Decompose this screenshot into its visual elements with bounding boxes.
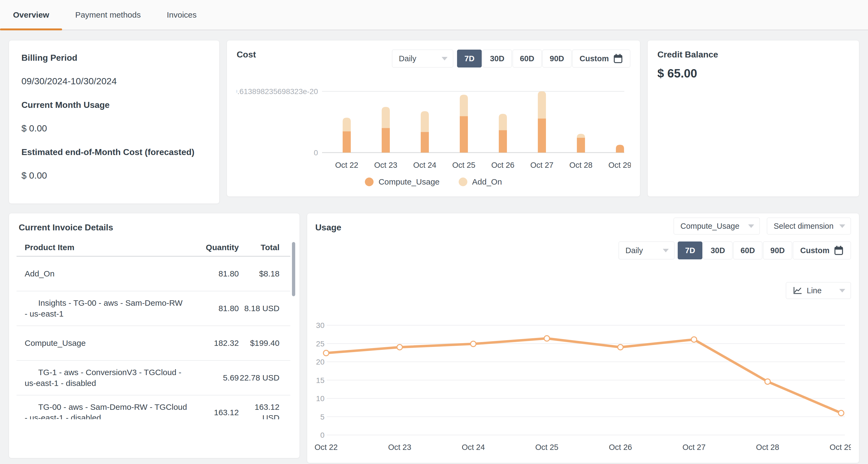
svg-text:Oct 22: Oct 22 [335, 161, 358, 169]
chevron-down-icon [663, 249, 669, 252]
credit-balance-amount: $ 65.00 [657, 67, 849, 80]
range-button-7d[interactable]: 7D [678, 242, 702, 259]
legend-item-add_on[interactable]: Add_On [459, 177, 502, 186]
total-cell: $199.40 [239, 338, 279, 348]
custom-range-label: Custom [800, 246, 830, 255]
usage-line-chart: 051015202530Oct 22Oct 23Oct 24Oct 25Oct … [314, 322, 851, 457]
invoice-table-body: Add_On81.80$8.18Insights - TG-00 - aws -… [17, 257, 290, 419]
tab-payment-methods[interactable]: Payment methods [62, 0, 154, 30]
current-month-usage-label: Current Month Usage [22, 100, 207, 110]
svg-text:0: 0 [320, 431, 324, 439]
tab-label: Overview [13, 10, 49, 20]
usage-chart-type-value: Line [807, 286, 822, 295]
svg-text:Oct 29: Oct 29 [608, 161, 631, 169]
current-month-usage-value: $ 0.00 [22, 123, 207, 134]
range-button-custom[interactable]: Custom [793, 242, 851, 259]
total-cell: $8.18 [239, 268, 279, 279]
current-invoice-details-card: Current Invoice Details Product Item Qua… [9, 213, 300, 458]
quantity-cell: 5.69 [193, 373, 239, 382]
chevron-down-icon [839, 224, 845, 228]
usage-granularity-value: Daily [625, 246, 643, 255]
svg-text:Oct 28: Oct 28 [756, 443, 779, 452]
cost-card: Cost Daily 7D30D60D90DCustom 9.613898235… [227, 40, 640, 197]
usage-metric-select[interactable]: Compute_Usage [674, 218, 760, 235]
custom-range-label: Custom [580, 54, 609, 63]
svg-text:Oct 25: Oct 25 [535, 443, 558, 452]
legend-dot-icon [459, 178, 467, 186]
quantity-cell: 163.12 [193, 408, 239, 417]
range-button-90d[interactable]: 90D [542, 50, 571, 67]
svg-text:Oct 24: Oct 24 [413, 161, 436, 169]
usage-metric-value: Compute_Usage [680, 222, 740, 230]
cost-chart-legend: Compute_UsageAdd_On [237, 177, 630, 186]
legend-label: Add_On [472, 177, 502, 186]
tab-invoices[interactable]: Invoices [154, 0, 210, 30]
svg-text:Oct 23: Oct 23 [388, 443, 411, 452]
quantity-cell: 81.80 [193, 269, 239, 278]
svg-text:30: 30 [316, 322, 324, 330]
legend-label: Compute_Usage [378, 177, 439, 186]
invoice-table-header: Product Item Quantity Total [17, 239, 290, 257]
cost-stacked-bar-chart: 9.613898235698323e-200Oct 22Oct 23Oct 24… [237, 84, 631, 173]
forecast-value: $ 0.00 [22, 170, 207, 181]
range-button-60d[interactable]: 60D [733, 242, 762, 259]
product-item-cell: Compute_Usage [25, 338, 193, 348]
quantity-cell: 81.80 [193, 304, 239, 313]
svg-text:9.613898235698323e-20: 9.613898235698323e-20 [237, 87, 318, 96]
svg-text:Oct 27: Oct 27 [682, 443, 705, 452]
range-button-7d[interactable]: 7D [457, 50, 482, 67]
legend-item-compute_usage[interactable]: Compute_Usage [365, 177, 439, 186]
cost-range-button-group: 7D30D60D90DCustom [457, 50, 630, 67]
usage-dimension-placeholder: Select dimension [774, 222, 834, 230]
line-chart-icon [793, 286, 802, 295]
tab-label: Invoices [167, 10, 196, 20]
cost-granularity-select[interactable]: Daily [392, 50, 453, 67]
usage-range-button-group: 7D30D60D90DCustom [678, 242, 851, 259]
cost-granularity-value: Daily [399, 54, 416, 63]
usage-card: Usage Compute_Usage Select dimension Dai… [307, 213, 859, 463]
invoice-scrollbar-thumb[interactable] [292, 242, 295, 296]
invoice-table-row: Add_On81.80$8.18 [17, 257, 290, 291]
billing-tab-bar: OverviewPayment methodsInvoices [0, 0, 868, 30]
billing-period-card: Billing Period 09/30/2024-10/30/2024 Cur… [9, 40, 220, 204]
product-item-cell: TG-00 - aws - Sam-Demo-RW - TGCloud - us… [25, 402, 193, 419]
billing-period-value: 09/30/2024-10/30/2024 [22, 76, 207, 87]
usage-dimension-select[interactable]: Select dimension [767, 218, 851, 235]
cost-card-title: Cost [237, 50, 256, 60]
svg-text:Oct 26: Oct 26 [609, 443, 632, 452]
range-button-60d[interactable]: 60D [513, 50, 541, 67]
invoice-table-row: Insights - TG-00 - aws - Sam-Demo-RW - u… [17, 291, 290, 326]
column-quantity: Quantity [193, 243, 239, 252]
svg-text:15: 15 [316, 376, 324, 384]
bottom-row: Current Invoice Details Product Item Qua… [9, 213, 859, 463]
svg-text:Oct 22: Oct 22 [314, 443, 338, 452]
tab-overview[interactable]: Overview [0, 0, 62, 30]
range-button-30d[interactable]: 30D [483, 50, 512, 67]
svg-text:20: 20 [316, 358, 324, 366]
svg-text:0: 0 [314, 149, 318, 157]
range-button-90d[interactable]: 90D [763, 242, 792, 259]
calendar-icon [834, 245, 844, 255]
svg-text:Oct 25: Oct 25 [452, 161, 475, 169]
page-content: Billing Period 09/30/2024-10/30/2024 Cur… [0, 30, 868, 463]
usage-granularity-select[interactable]: Daily [619, 242, 675, 259]
top-row: Billing Period 09/30/2024-10/30/2024 Cur… [9, 40, 859, 204]
svg-text:5: 5 [320, 413, 324, 421]
calendar-icon [613, 53, 623, 64]
svg-text:25: 25 [316, 340, 324, 348]
legend-dot-icon [365, 178, 374, 186]
range-button-custom[interactable]: Custom [572, 50, 630, 67]
column-product-item: Product Item [25, 243, 193, 252]
svg-text:Oct 27: Oct 27 [530, 161, 553, 169]
svg-text:Oct 26: Oct 26 [491, 161, 514, 169]
usage-chart-type-select[interactable]: Line [786, 282, 851, 299]
range-button-30d[interactable]: 30D [703, 242, 732, 259]
quantity-cell: 182.32 [193, 339, 239, 348]
total-cell: 22.78 USD [239, 372, 279, 383]
credit-balance-title: Credit Balance [657, 50, 849, 60]
product-item-cell: Insights - TG-00 - aws - Sam-Demo-RW - u… [25, 298, 193, 319]
invoice-table: Product Item Quantity Total Add_On81.80$… [17, 239, 290, 419]
chevron-down-icon [442, 57, 447, 60]
invoice-table-row: TG-00 - aws - Sam-Demo-RW - TGCloud - us… [17, 396, 290, 419]
tab-label: Payment methods [75, 10, 141, 20]
